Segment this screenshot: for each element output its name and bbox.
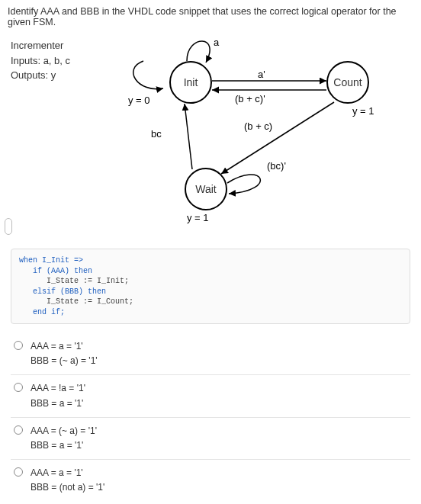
output-wait: y = 1	[187, 212, 209, 223]
radio-icon[interactable]	[14, 341, 23, 350]
radio-icon[interactable]	[14, 425, 23, 435]
code-line-3: I_State := I_Init;	[19, 277, 129, 285]
radio-icon[interactable]	[14, 383, 23, 392]
scroll-indicator	[5, 218, 12, 235]
edge-count-wait: (b + c)	[244, 120, 272, 132]
option-bbb: BBB = a = '1'	[31, 396, 85, 411]
state-wait: Wait	[185, 168, 227, 210]
fsm-outputs: Outputs: y	[11, 68, 70, 83]
option-2[interactable]: AAA = !a = '1' BBB = a = '1'	[11, 375, 410, 417]
answer-options: AAA = a = '1' BBB = (~ a) = '1' AAA = !a…	[11, 333, 410, 502]
fsm-title: Incrementer	[11, 38, 70, 53]
output-count: y = 1	[352, 105, 374, 117]
option-aaa: AAA = (~ a) = '1'	[31, 424, 97, 438]
state-count: Count	[326, 61, 369, 104]
option-aaa: AAA = a = '1'	[31, 466, 104, 480]
edge-wait-init: bc	[151, 128, 162, 140]
fsm-diagram: Init Count Wait a a' (b + c)' (b + c) (b…	[114, 38, 404, 213]
edge-init-count: a'	[258, 69, 265, 80]
edge-init-self: a	[214, 37, 219, 48]
option-bbb: BBB = (~ a) = '1'	[31, 354, 98, 368]
fsm-inputs: Inputs: a, b, c	[11, 53, 70, 69]
code-line-2: if (AAA) then	[19, 267, 92, 275]
option-4[interactable]: AAA = a = '1' BBB = (not a) = '1'	[11, 460, 410, 501]
code-line-5: I_State := I_Count;	[19, 297, 133, 306]
radio-icon[interactable]	[14, 467, 23, 477]
option-1[interactable]: AAA = a = '1' BBB = (~ a) = '1'	[11, 333, 410, 375]
option-bbb: BBB = a = '1'	[31, 438, 97, 453]
code-line-4: elsif (BBB) then	[19, 287, 106, 296]
option-aaa: AAA = !a = '1'	[31, 381, 85, 396]
fsm-info: Incrementer Inputs: a, b, c Outputs: y	[0, 30, 70, 213]
edge-count-init: (b + c)'	[235, 93, 265, 104]
question-text: Identify AAA and BBB in the VHDL code sn…	[0, 0, 421, 30]
state-init: Init	[169, 61, 212, 104]
edge-wait-self: (bc)'	[267, 160, 286, 172]
option-bbb: BBB = (not a) = '1'	[31, 480, 104, 495]
vhdl-code: when I_Init => if (AAA) then I_State := …	[11, 249, 410, 324]
output-init: y = 0	[128, 95, 150, 106]
code-line-6: end if;	[19, 308, 65, 316]
code-line-1: when I_Init =>	[19, 256, 83, 265]
question-figure-area: Incrementer Inputs: a, b, c Outputs: y	[0, 30, 421, 213]
option-3[interactable]: AAA = (~ a) = '1' BBB = a = '1'	[11, 418, 410, 460]
option-aaa: AAA = a = '1'	[31, 339, 98, 354]
